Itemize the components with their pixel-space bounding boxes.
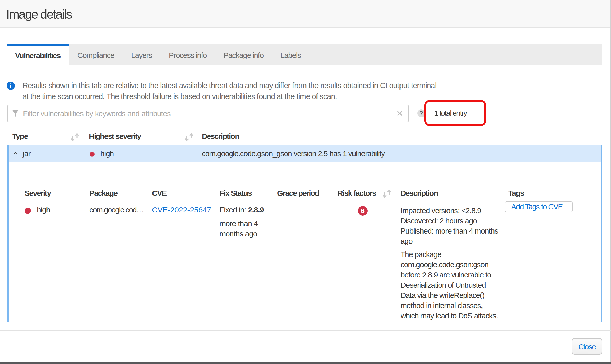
svg-text:i: i: [10, 82, 11, 90]
